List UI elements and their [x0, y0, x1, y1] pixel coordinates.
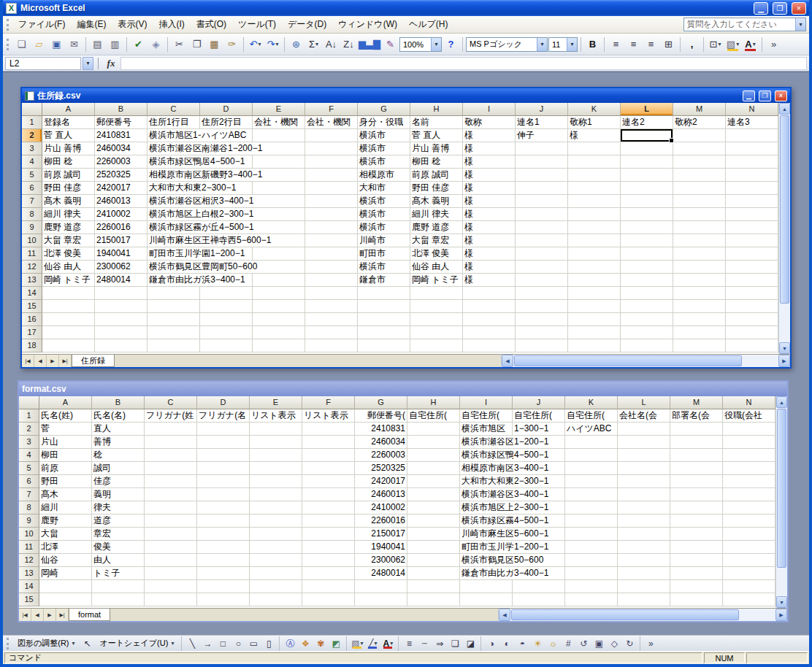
- more-brightness-icon[interactable]: ☀: [530, 637, 545, 650]
- cell-I7[interactable]: 横浜市瀬谷区相沢: [460, 488, 513, 501]
- cell-M17[interactable]: [673, 326, 726, 339]
- cell-B9[interactable]: 道彦: [92, 514, 145, 528]
- font-color-icon[interactable]: A▾: [380, 637, 395, 650]
- cell-H11[interactable]: 北澤 俊美: [410, 247, 463, 261]
- cell-I8[interactable]: 様: [463, 208, 516, 221]
- cell-N11[interactable]: [723, 541, 775, 554]
- cell-D2[interactable]: [197, 423, 250, 436]
- chevron-down-icon[interactable]: ▾: [795, 18, 805, 31]
- column-header-C[interactable]: C: [145, 396, 197, 409]
- menu-grip[interactable]: [7, 19, 9, 31]
- column-header-A[interactable]: A: [39, 396, 92, 409]
- cell-M10[interactable]: [670, 528, 723, 541]
- cell-C4[interactable]: 横浜市緑区鴨居4−500−1: [148, 155, 200, 169]
- cell-I12[interactable]: 様: [463, 261, 516, 274]
- cell-M6[interactable]: [670, 475, 723, 488]
- scroll-left-icon[interactable]: ◀: [499, 609, 510, 621]
- cell-F15[interactable]: [305, 300, 358, 313]
- undo-icon[interactable]: ↶▾: [247, 36, 264, 53]
- cell-I2[interactable]: 様: [463, 129, 516, 142]
- cell-M2[interactable]: [670, 423, 723, 436]
- row-header-14[interactable]: 14: [19, 580, 39, 593]
- cell-G12[interactable]: 横浜市: [358, 261, 410, 274]
- cell-F7[interactable]: [302, 488, 355, 501]
- row-header-2[interactable]: 2: [22, 129, 42, 142]
- cell-K4[interactable]: [568, 155, 621, 169]
- cell-G9[interactable]: 横浜市: [358, 221, 410, 234]
- open-icon[interactable]: ▱: [31, 36, 47, 53]
- cell-A11[interactable]: 北澤: [39, 541, 92, 554]
- cell-J14[interactable]: [513, 580, 565, 593]
- cell-N5[interactable]: [723, 462, 775, 475]
- chevron-down-icon[interactable]: ▾: [431, 38, 441, 51]
- cell-K1[interactable]: 自宅住所(: [565, 409, 618, 423]
- cell-M3[interactable]: [673, 142, 726, 155]
- horizontal-scroll-track[interactable]: [510, 609, 775, 621]
- cell-D10[interactable]: [197, 528, 250, 541]
- cell-L16[interactable]: [621, 313, 673, 326]
- cell-H7[interactable]: 髙木 義明: [410, 195, 463, 208]
- name-box[interactable]: L2: [5, 57, 81, 70]
- cell-H5[interactable]: [407, 462, 460, 475]
- cell-J9[interactable]: [516, 221, 568, 234]
- sheet-nav-next[interactable]: ▶: [44, 609, 56, 621]
- cell-E13[interactable]: [250, 567, 302, 580]
- cell-J10[interactable]: [516, 234, 568, 247]
- cell-G15[interactable]: [358, 300, 410, 313]
- font-color-icon[interactable]: A▾: [742, 36, 759, 53]
- shape-adjust-button[interactable]: 図形の調整(R)▾: [13, 637, 80, 650]
- help-icon[interactable]: ?: [443, 36, 459, 53]
- cell-I11[interactable]: 町田市玉川学園: [460, 541, 513, 554]
- cell-F2[interactable]: [302, 423, 355, 436]
- select-all-corner[interactable]: [22, 103, 42, 116]
- cell-G14[interactable]: [358, 287, 410, 300]
- cell-J5[interactable]: [516, 169, 568, 182]
- cell-J12[interactable]: [516, 261, 568, 274]
- vertical-scroll-track[interactable]: [779, 304, 790, 342]
- cell-C13[interactable]: 鎌倉市由比ガ浜3−400−1: [148, 274, 200, 287]
- name-box-dropdown-icon[interactable]: ▾: [83, 57, 93, 70]
- cell-B10[interactable]: 2150017: [95, 234, 148, 247]
- cell-G1[interactable]: 郵便番号(: [355, 409, 407, 423]
- cell-G3[interactable]: 2460034: [355, 436, 407, 449]
- cell-E8[interactable]: [250, 501, 302, 514]
- cell-D9[interactable]: [197, 514, 250, 528]
- diagram-icon[interactable]: ❖: [298, 637, 313, 650]
- rotate-left-icon[interactable]: ↺: [576, 637, 591, 650]
- cell-I3[interactable]: 様: [463, 142, 516, 155]
- vertical-scrollbar[interactable]: ▲ ▼: [778, 103, 790, 354]
- reset-picture-icon[interactable]: ↻: [622, 637, 637, 650]
- shadow-style-icon[interactable]: ❏: [448, 637, 462, 650]
- cell-D14[interactable]: [197, 580, 250, 593]
- column-header-H[interactable]: H: [407, 396, 460, 409]
- cell-H2[interactable]: [407, 423, 460, 436]
- cell-L7[interactable]: [621, 195, 673, 208]
- insert-picture-icon[interactable]: ◩: [329, 637, 343, 650]
- menu-format[interactable]: 書式(O): [191, 15, 232, 34]
- cell-M9[interactable]: [670, 514, 723, 528]
- horizontal-scroll-thumb[interactable]: [514, 355, 742, 366]
- cell-A12[interactable]: 仙谷 由人: [42, 261, 95, 274]
- cell-E13[interactable]: [253, 274, 305, 287]
- cell-E2[interactable]: [253, 129, 305, 142]
- cell-G11[interactable]: 1940041: [355, 541, 407, 554]
- column-header-G[interactable]: G: [355, 396, 407, 409]
- cell-E9[interactable]: [250, 514, 302, 528]
- column-header-L[interactable]: L: [618, 396, 670, 409]
- cell-E6[interactable]: [250, 475, 302, 488]
- cell-J16[interactable]: [516, 313, 568, 326]
- row-header-12[interactable]: 12: [19, 554, 39, 567]
- cell-N3[interactable]: [723, 436, 775, 449]
- cell-D4[interactable]: [197, 449, 250, 462]
- cell-E15[interactable]: [250, 593, 302, 606]
- row-header-10[interactable]: 10: [22, 234, 42, 247]
- cell-L10[interactable]: [618, 528, 670, 541]
- copy-icon[interactable]: ❐: [188, 36, 205, 53]
- cell-G2[interactable]: 横浜市: [358, 129, 410, 142]
- cell-C9[interactable]: [145, 514, 197, 528]
- cell-I4[interactable]: 横浜市緑区鴨居: [460, 449, 513, 462]
- row-header-3[interactable]: 3: [19, 436, 39, 449]
- cell-K7[interactable]: [568, 195, 621, 208]
- save-icon[interactable]: ▣: [48, 36, 65, 53]
- cell-I6[interactable]: 様: [463, 182, 516, 195]
